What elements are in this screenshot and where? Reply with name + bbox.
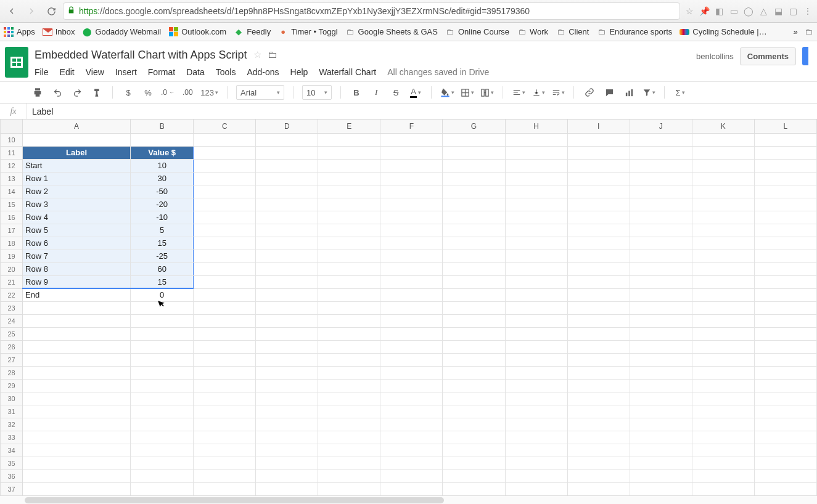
cell-H23[interactable]	[505, 301, 567, 314]
col-header-L[interactable]: L	[754, 120, 816, 133]
cell-G12[interactable]	[443, 159, 505, 172]
back-button[interactable]	[4, 3, 20, 19]
share-button[interactable]	[802, 47, 808, 65]
cell-D14[interactable]	[256, 185, 318, 198]
fill-color-icon[interactable]: ▾	[440, 85, 454, 100]
cell-C25[interactable]	[194, 327, 256, 340]
cell-E25[interactable]	[318, 327, 380, 340]
cell-L34[interactable]	[754, 444, 816, 457]
font-size-select[interactable]: 10▾	[302, 85, 332, 100]
cell-I37[interactable]	[567, 482, 630, 495]
row-header-25[interactable]: 25	[1, 327, 23, 340]
row-header-32[interactable]: 32	[1, 418, 23, 431]
cell-H11[interactable]	[505, 146, 567, 159]
cell-E17[interactable]	[318, 224, 380, 237]
cell-C37[interactable]	[194, 482, 256, 495]
cell-A13[interactable]: Row 1	[23, 172, 131, 185]
ext-pocket-icon[interactable]: ◧	[713, 6, 725, 17]
row-header-12[interactable]: 12	[1, 159, 23, 172]
cell-H18[interactable]	[505, 237, 567, 250]
cell-C10[interactable]	[194, 133, 256, 146]
cell-B32[interactable]	[131, 418, 194, 431]
bookmark-endurance[interactable]: 🗀 Endurance sports	[596, 27, 672, 37]
cell-A30[interactable]	[23, 392, 131, 405]
cell-D28[interactable]	[256, 366, 318, 379]
cell-A36[interactable]	[23, 469, 131, 482]
cell-H35[interactable]	[505, 457, 567, 469]
cell-G34[interactable]	[443, 444, 505, 457]
cell-L13[interactable]	[754, 172, 816, 185]
cell-I20[interactable]	[567, 262, 630, 275]
cell-G13[interactable]	[443, 172, 505, 185]
bookmark-timer[interactable]: ● Timer • Toggl	[278, 27, 337, 37]
cell-J20[interactable]	[630, 262, 692, 275]
bookmark-outlook[interactable]: Outlook.com	[168, 27, 226, 37]
cell-L35[interactable]	[754, 457, 816, 469]
cell-E35[interactable]	[318, 457, 380, 469]
col-header-C[interactable]: C	[194, 120, 256, 133]
cell-K12[interactable]	[692, 159, 754, 172]
cell-L23[interactable]	[754, 301, 816, 314]
cell-H26[interactable]	[505, 340, 567, 353]
cell-J37[interactable]	[630, 482, 692, 495]
menu-help[interactable]: Help	[290, 67, 308, 77]
cell-D17[interactable]	[256, 224, 318, 237]
cell-A10[interactable]	[23, 133, 131, 146]
bookmark-overflow[interactable]: » 🗀	[790, 27, 813, 37]
cell-K32[interactable]	[692, 418, 754, 431]
cell-D34[interactable]	[256, 444, 318, 457]
cell-L10[interactable]	[754, 133, 816, 146]
functions-sigma-icon[interactable]: Σ▾	[673, 85, 687, 100]
cell-I17[interactable]	[567, 224, 630, 237]
cell-J33[interactable]	[630, 431, 692, 444]
cell-L37[interactable]	[754, 482, 816, 495]
row-header-33[interactable]: 33	[1, 431, 23, 444]
cell-K35[interactable]	[692, 457, 754, 469]
row-header-36[interactable]: 36	[1, 469, 23, 482]
cell-I13[interactable]	[567, 172, 630, 185]
cell-D31[interactable]	[256, 405, 318, 418]
cell-I15[interactable]	[567, 198, 630, 211]
cell-B24[interactable]	[131, 314, 194, 327]
cell-C33[interactable]	[194, 431, 256, 444]
row-header-27[interactable]: 27	[1, 353, 23, 366]
cell-J15[interactable]	[630, 198, 692, 211]
cell-J34[interactable]	[630, 444, 692, 457]
cell-A18[interactable]: Row 6	[23, 237, 131, 250]
cell-E33[interactable]	[318, 431, 380, 444]
cell-E22[interactable]	[318, 288, 380, 301]
cell-H17[interactable]	[505, 224, 567, 237]
cell-C21[interactable]	[194, 275, 256, 288]
cell-B13[interactable]: 30	[131, 172, 194, 185]
cell-C27[interactable]	[194, 353, 256, 366]
cell-C29[interactable]	[194, 379, 256, 392]
cell-E36[interactable]	[318, 469, 380, 482]
text-color-icon[interactable]: A▾	[409, 85, 422, 100]
redo-icon[interactable]	[70, 85, 84, 100]
cell-E24[interactable]	[318, 314, 380, 327]
cell-I26[interactable]	[567, 340, 630, 353]
cell-A37[interactable]	[23, 482, 131, 495]
cell-L24[interactable]	[754, 314, 816, 327]
grid-area[interactable]: ABCDEFGHIJKL1011LabelValue $12Start1013R…	[0, 120, 817, 495]
horizontal-align-icon[interactable]: ▾	[512, 85, 525, 100]
cell-G35[interactable]	[443, 457, 505, 469]
cell-A26[interactable]	[23, 340, 131, 353]
cell-J32[interactable]	[630, 418, 692, 431]
percent-icon[interactable]: %	[141, 85, 155, 100]
cell-D11[interactable]	[256, 146, 318, 159]
cell-F18[interactable]	[380, 237, 443, 250]
cell-L22[interactable]	[754, 288, 816, 301]
cell-L36[interactable]	[754, 469, 816, 482]
bookmark-work[interactable]: 🗀 Work	[517, 27, 548, 37]
menu-addons[interactable]: Add-ons	[247, 67, 279, 77]
cell-H20[interactable]	[505, 262, 567, 275]
cell-K13[interactable]	[692, 172, 754, 185]
cell-L11[interactable]	[754, 146, 816, 159]
row-header-10[interactable]: 10	[1, 133, 23, 146]
cell-G21[interactable]	[443, 275, 505, 288]
cell-H12[interactable]	[505, 159, 567, 172]
cell-H14[interactable]	[505, 185, 567, 198]
cell-J22[interactable]	[630, 288, 692, 301]
cell-K20[interactable]	[692, 262, 754, 275]
